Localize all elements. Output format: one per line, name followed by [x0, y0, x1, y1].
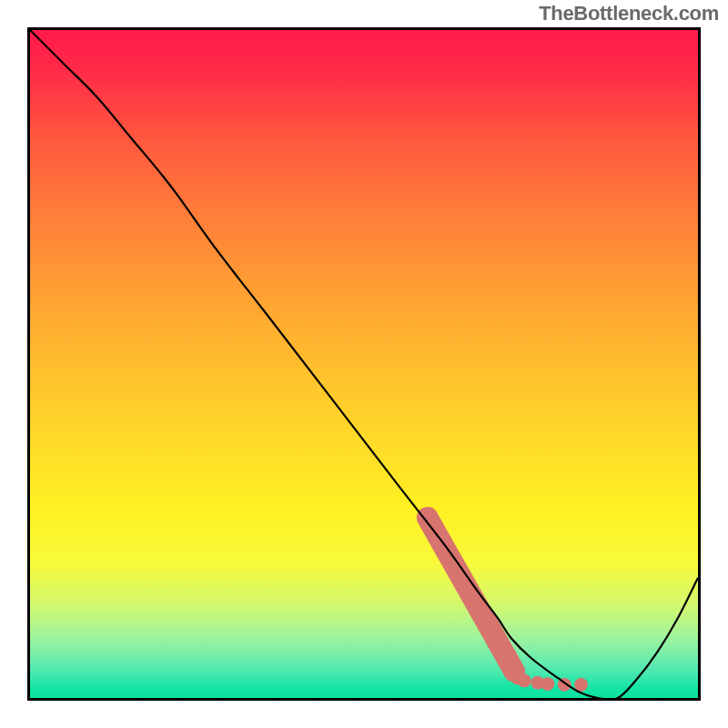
highlight-dot: [541, 677, 554, 691]
chart-svg: [30, 30, 698, 698]
chart-background: [30, 30, 698, 698]
watermark-text: TheBottleneck.com: [539, 2, 719, 25]
highlight-dot: [574, 678, 588, 692]
chart-container: TheBottleneck.com: [0, 0, 728, 728]
highlight-dot: [518, 673, 531, 687]
plot-area: [27, 27, 701, 701]
